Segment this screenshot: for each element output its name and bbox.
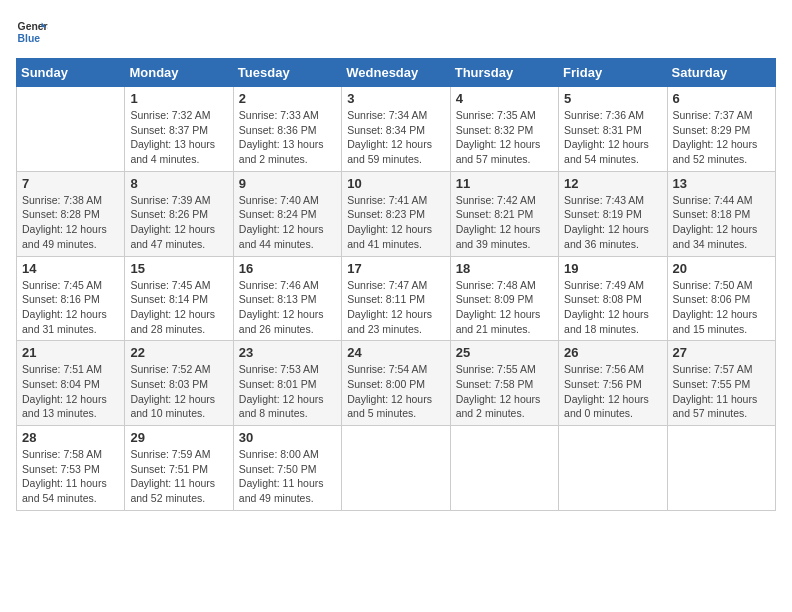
calendar-cell: 14Sunrise: 7:45 AMSunset: 8:16 PMDayligh…: [17, 256, 125, 341]
day-number: 21: [22, 345, 119, 360]
day-number: 1: [130, 91, 227, 106]
day-info: Sunrise: 7:45 AMSunset: 8:14 PMDaylight:…: [130, 278, 227, 337]
calendar-cell: 15Sunrise: 7:45 AMSunset: 8:14 PMDayligh…: [125, 256, 233, 341]
day-info: Sunrise: 8:00 AMSunset: 7:50 PMDaylight:…: [239, 447, 336, 506]
calendar-week-row: 21Sunrise: 7:51 AMSunset: 8:04 PMDayligh…: [17, 341, 776, 426]
day-number: 25: [456, 345, 553, 360]
calendar-cell: [559, 426, 667, 511]
day-number: 4: [456, 91, 553, 106]
day-info: Sunrise: 7:52 AMSunset: 8:03 PMDaylight:…: [130, 362, 227, 421]
weekday-header-thursday: Thursday: [450, 59, 558, 87]
day-info: Sunrise: 7:50 AMSunset: 8:06 PMDaylight:…: [673, 278, 770, 337]
calendar-cell: 24Sunrise: 7:54 AMSunset: 8:00 PMDayligh…: [342, 341, 450, 426]
calendar-week-row: 1Sunrise: 7:32 AMSunset: 8:37 PMDaylight…: [17, 87, 776, 172]
day-info: Sunrise: 7:56 AMSunset: 7:56 PMDaylight:…: [564, 362, 661, 421]
weekday-header-saturday: Saturday: [667, 59, 775, 87]
day-number: 11: [456, 176, 553, 191]
day-info: Sunrise: 7:58 AMSunset: 7:53 PMDaylight:…: [22, 447, 119, 506]
calendar-cell: 1Sunrise: 7:32 AMSunset: 8:37 PMDaylight…: [125, 87, 233, 172]
day-info: Sunrise: 7:42 AMSunset: 8:21 PMDaylight:…: [456, 193, 553, 252]
day-number: 27: [673, 345, 770, 360]
day-info: Sunrise: 7:44 AMSunset: 8:18 PMDaylight:…: [673, 193, 770, 252]
day-number: 19: [564, 261, 661, 276]
calendar-cell: 27Sunrise: 7:57 AMSunset: 7:55 PMDayligh…: [667, 341, 775, 426]
day-number: 3: [347, 91, 444, 106]
calendar-cell: 26Sunrise: 7:56 AMSunset: 7:56 PMDayligh…: [559, 341, 667, 426]
day-number: 6: [673, 91, 770, 106]
page-header: General Blue: [16, 16, 776, 48]
calendar-table: SundayMondayTuesdayWednesdayThursdayFrid…: [16, 58, 776, 511]
day-number: 5: [564, 91, 661, 106]
day-number: 10: [347, 176, 444, 191]
day-info: Sunrise: 7:35 AMSunset: 8:32 PMDaylight:…: [456, 108, 553, 167]
calendar-cell: 3Sunrise: 7:34 AMSunset: 8:34 PMDaylight…: [342, 87, 450, 172]
day-info: Sunrise: 7:38 AMSunset: 8:28 PMDaylight:…: [22, 193, 119, 252]
calendar-week-row: 14Sunrise: 7:45 AMSunset: 8:16 PMDayligh…: [17, 256, 776, 341]
calendar-cell: 29Sunrise: 7:59 AMSunset: 7:51 PMDayligh…: [125, 426, 233, 511]
day-info: Sunrise: 7:43 AMSunset: 8:19 PMDaylight:…: [564, 193, 661, 252]
calendar-cell: [17, 87, 125, 172]
day-number: 13: [673, 176, 770, 191]
calendar-cell: 10Sunrise: 7:41 AMSunset: 8:23 PMDayligh…: [342, 171, 450, 256]
day-number: 14: [22, 261, 119, 276]
day-number: 23: [239, 345, 336, 360]
day-info: Sunrise: 7:46 AMSunset: 8:13 PMDaylight:…: [239, 278, 336, 337]
day-info: Sunrise: 7:40 AMSunset: 8:24 PMDaylight:…: [239, 193, 336, 252]
day-info: Sunrise: 7:45 AMSunset: 8:16 PMDaylight:…: [22, 278, 119, 337]
day-info: Sunrise: 7:36 AMSunset: 8:31 PMDaylight:…: [564, 108, 661, 167]
day-info: Sunrise: 7:53 AMSunset: 8:01 PMDaylight:…: [239, 362, 336, 421]
calendar-cell: [450, 426, 558, 511]
calendar-week-row: 7Sunrise: 7:38 AMSunset: 8:28 PMDaylight…: [17, 171, 776, 256]
calendar-cell: 4Sunrise: 7:35 AMSunset: 8:32 PMDaylight…: [450, 87, 558, 172]
calendar-cell: 19Sunrise: 7:49 AMSunset: 8:08 PMDayligh…: [559, 256, 667, 341]
calendar-cell: 17Sunrise: 7:47 AMSunset: 8:11 PMDayligh…: [342, 256, 450, 341]
calendar-cell: 16Sunrise: 7:46 AMSunset: 8:13 PMDayligh…: [233, 256, 341, 341]
calendar-cell: 28Sunrise: 7:58 AMSunset: 7:53 PMDayligh…: [17, 426, 125, 511]
calendar-cell: 13Sunrise: 7:44 AMSunset: 8:18 PMDayligh…: [667, 171, 775, 256]
day-number: 2: [239, 91, 336, 106]
calendar-cell: 8Sunrise: 7:39 AMSunset: 8:26 PMDaylight…: [125, 171, 233, 256]
day-info: Sunrise: 7:41 AMSunset: 8:23 PMDaylight:…: [347, 193, 444, 252]
calendar-cell: 7Sunrise: 7:38 AMSunset: 8:28 PMDaylight…: [17, 171, 125, 256]
weekday-header-tuesday: Tuesday: [233, 59, 341, 87]
calendar-cell: 22Sunrise: 7:52 AMSunset: 8:03 PMDayligh…: [125, 341, 233, 426]
calendar-cell: 11Sunrise: 7:42 AMSunset: 8:21 PMDayligh…: [450, 171, 558, 256]
day-number: 7: [22, 176, 119, 191]
logo: General Blue: [16, 16, 48, 48]
day-info: Sunrise: 7:33 AMSunset: 8:36 PMDaylight:…: [239, 108, 336, 167]
calendar-cell: 18Sunrise: 7:48 AMSunset: 8:09 PMDayligh…: [450, 256, 558, 341]
day-info: Sunrise: 7:47 AMSunset: 8:11 PMDaylight:…: [347, 278, 444, 337]
day-number: 8: [130, 176, 227, 191]
calendar-cell: [342, 426, 450, 511]
svg-text:Blue: Blue: [18, 33, 41, 44]
day-info: Sunrise: 7:32 AMSunset: 8:37 PMDaylight:…: [130, 108, 227, 167]
day-number: 29: [130, 430, 227, 445]
day-number: 24: [347, 345, 444, 360]
calendar-cell: 25Sunrise: 7:55 AMSunset: 7:58 PMDayligh…: [450, 341, 558, 426]
weekday-header-friday: Friday: [559, 59, 667, 87]
weekday-header-sunday: Sunday: [17, 59, 125, 87]
day-info: Sunrise: 7:55 AMSunset: 7:58 PMDaylight:…: [456, 362, 553, 421]
day-number: 15: [130, 261, 227, 276]
weekday-header-row: SundayMondayTuesdayWednesdayThursdayFrid…: [17, 59, 776, 87]
day-info: Sunrise: 7:37 AMSunset: 8:29 PMDaylight:…: [673, 108, 770, 167]
calendar-cell: 5Sunrise: 7:36 AMSunset: 8:31 PMDaylight…: [559, 87, 667, 172]
day-number: 20: [673, 261, 770, 276]
day-info: Sunrise: 7:51 AMSunset: 8:04 PMDaylight:…: [22, 362, 119, 421]
weekday-header-wednesday: Wednesday: [342, 59, 450, 87]
calendar-cell: 23Sunrise: 7:53 AMSunset: 8:01 PMDayligh…: [233, 341, 341, 426]
calendar-cell: 30Sunrise: 8:00 AMSunset: 7:50 PMDayligh…: [233, 426, 341, 511]
weekday-header-monday: Monday: [125, 59, 233, 87]
day-number: 16: [239, 261, 336, 276]
calendar-cell: [667, 426, 775, 511]
day-number: 12: [564, 176, 661, 191]
day-info: Sunrise: 7:49 AMSunset: 8:08 PMDaylight:…: [564, 278, 661, 337]
day-info: Sunrise: 7:34 AMSunset: 8:34 PMDaylight:…: [347, 108, 444, 167]
day-number: 9: [239, 176, 336, 191]
day-number: 28: [22, 430, 119, 445]
calendar-cell: 20Sunrise: 7:50 AMSunset: 8:06 PMDayligh…: [667, 256, 775, 341]
calendar-cell: 9Sunrise: 7:40 AMSunset: 8:24 PMDaylight…: [233, 171, 341, 256]
day-number: 18: [456, 261, 553, 276]
day-number: 26: [564, 345, 661, 360]
calendar-cell: 2Sunrise: 7:33 AMSunset: 8:36 PMDaylight…: [233, 87, 341, 172]
